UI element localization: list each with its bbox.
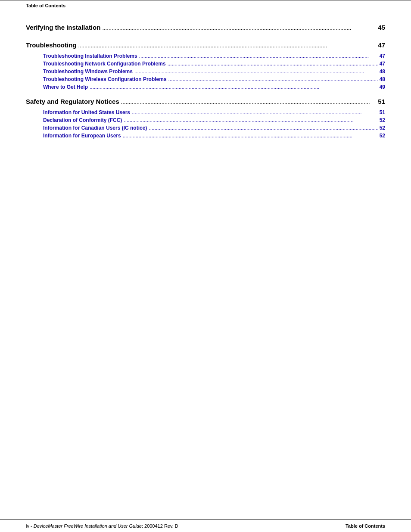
toc-title-safety-us[interactable]: Information for United States Users <box>43 109 130 115</box>
page-container: Table of Contents Verifying the Installa… <box>0 0 411 532</box>
toc-page-safety-fcc: 52 <box>380 117 385 123</box>
toc-page-troubleshooting: 47 <box>378 41 385 49</box>
toc-page-ts-windows: 48 <box>380 68 385 75</box>
toc-page-ts-network: 47 <box>380 61 385 67</box>
toc-page-ts-help: 49 <box>380 84 385 90</box>
toc-dots-ts-network: ........................................… <box>168 61 378 67</box>
toc-entry-troubleshooting: Troubleshooting ........................… <box>26 41 385 49</box>
toc-page-ts-wireless: 48 <box>380 76 385 82</box>
footer-italic: DeviceMaster FreeWire Installation and U… <box>34 523 142 529</box>
toc-entry-safety-europe: Information for European Users .........… <box>26 133 385 139</box>
footer-suffix: : 2000412 Rev. D <box>142 523 178 529</box>
toc-dots-safety-fcc: ........................................… <box>124 117 377 123</box>
toc-title-verifying[interactable]: Verifying the Installation <box>26 24 100 31</box>
toc-entry-safety: Safety and Regulatory Notices ..........… <box>26 98 385 105</box>
toc-entry-safety-us: Information for United States Users ....… <box>26 109 385 115</box>
toc-entry-ts-wireless: Troubleshooting Wireless Configuration P… <box>26 76 385 82</box>
toc-page-safety-canada: 52 <box>380 125 385 131</box>
toc-dots-troubleshooting: ........................................… <box>78 42 377 49</box>
toc-dots-ts-help: ........................................… <box>90 84 378 90</box>
toc-title-safety-europe[interactable]: Information for European Users <box>43 133 121 139</box>
footer-prefix: iv - <box>26 523 34 529</box>
toc-page-safety-europe: 52 <box>380 133 385 139</box>
toc-entry-ts-help: Where to Get Help ......................… <box>26 84 385 90</box>
toc-entry-ts-network: Troubleshooting Network Configuration Pr… <box>26 61 385 67</box>
content-area: Verifying the Installation .............… <box>0 11 411 181</box>
toc-page-safety-us: 51 <box>380 109 385 115</box>
toc-dots-ts-windows: ........................................… <box>134 68 378 75</box>
toc-dots-safety-us: ........................................… <box>132 109 378 115</box>
toc-dots-safety-europe: ........................................… <box>123 133 378 139</box>
toc-title-ts-install[interactable]: Troubleshooting Installation Problems <box>43 53 137 59</box>
toc-dots-safety: ........................................… <box>121 99 377 105</box>
toc-entry-safety-fcc: Declaration of Conformity (FCC) ........… <box>26 117 385 123</box>
toc-page-safety: 51 <box>378 98 385 105</box>
footer-left: iv - DeviceMaster FreeWire Installation … <box>26 523 178 529</box>
footer: iv - DeviceMaster FreeWire Installation … <box>0 520 411 532</box>
toc-section-safety: Safety and Regulatory Notices ..........… <box>26 98 385 139</box>
toc-entry-verifying: Verifying the Installation .............… <box>26 24 385 31</box>
toc-title-ts-help[interactable]: Where to Get Help <box>43 84 88 90</box>
toc-dots-verifying: ........................................… <box>102 25 376 31</box>
toc-entry-safety-canada: Information for Canadian Users (IC notic… <box>26 125 385 131</box>
toc-dots-ts-wireless: ........................................… <box>168 76 378 82</box>
toc-dots-ts-install: ........................................… <box>139 53 378 59</box>
toc-title-safety-canada[interactable]: Information for Canadian Users (IC notic… <box>43 125 147 131</box>
toc-title-ts-network[interactable]: Troubleshooting Network Configuration Pr… <box>43 61 166 67</box>
toc-title-troubleshooting[interactable]: Troubleshooting <box>26 41 77 49</box>
footer-right: Table of Contents <box>346 523 385 529</box>
toc-title-ts-wireless[interactable]: Troubleshooting Wireless Configuration P… <box>43 76 167 82</box>
toc-page-verifying: 45 <box>378 24 385 31</box>
top-bar: Table of Contents <box>0 0 411 11</box>
toc-title-safety-fcc[interactable]: Declaration of Conformity (FCC) <box>43 117 122 123</box>
top-bar-label: Table of Contents <box>26 3 65 8</box>
toc-entry-ts-windows: Troubleshooting Windows Problems .......… <box>26 68 385 75</box>
toc-dots-safety-canada: ........................................… <box>149 125 377 131</box>
toc-section-troubleshooting: Troubleshooting ........................… <box>26 41 385 90</box>
toc-title-ts-windows[interactable]: Troubleshooting Windows Problems <box>43 68 133 75</box>
toc-title-safety[interactable]: Safety and Regulatory Notices <box>26 98 119 105</box>
toc-entry-ts-install: Troubleshooting Installation Problems ..… <box>26 53 385 59</box>
toc-page-ts-install: 47 <box>380 53 385 59</box>
